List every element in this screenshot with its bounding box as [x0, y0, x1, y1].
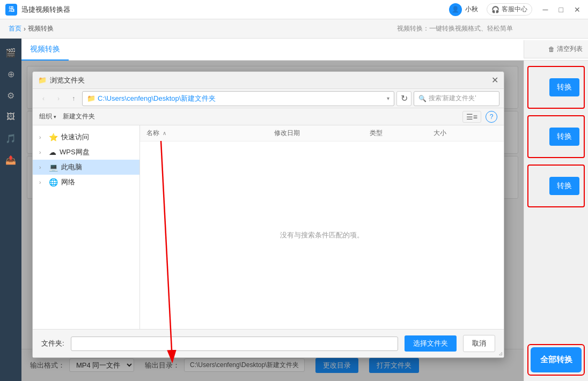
- right-content: 视频转换 🗑 清空列表 ... ...: [21, 39, 588, 381]
- col-type[interactable]: 类型: [370, 129, 433, 138]
- network-icon: 🌐: [49, 178, 58, 186]
- all-convert-wrapper: 全部转换: [527, 344, 585, 376]
- organize-button[interactable]: 组织 ▾: [39, 112, 56, 121]
- tree-item-network[interactable]: › 🌐 网络: [33, 175, 139, 190]
- select-folder-button[interactable]: 选择文件夹: [405, 335, 457, 352]
- folder-input[interactable]: [71, 337, 398, 351]
- top-right-bar: 🗑 清空列表: [524, 40, 588, 58]
- dialog-body: › ⭐ 快速访问 › ☁ WPS网盘 ›: [33, 125, 504, 329]
- expand-icon-wps: ›: [39, 150, 46, 155]
- expand-icon: ›: [39, 135, 46, 140]
- tree-item-this-pc[interactable]: › 💻 此电脑: [33, 160, 139, 175]
- all-convert-button[interactable]: 全部转换: [531, 347, 582, 372]
- sidebar-item-video[interactable]: 🎬: [1, 43, 20, 62]
- search-bar: 🔍 搜索'新建文件夹': [414, 91, 499, 106]
- quick-access-icon: ⭐: [49, 133, 58, 141]
- content-body: ... ... ... 输出格式： MP4 同一文件: [21, 61, 588, 381]
- up-button[interactable]: ↑: [67, 92, 80, 105]
- nav-bar: 首页 › 视频转换 视频转换：一键转换视频格式、轻松简单: [0, 19, 588, 39]
- network-label: 网络: [61, 177, 75, 187]
- path-bar[interactable]: 📁 C:\Users\cenfeng\Desktop\新建文件夹 ▾: [82, 91, 394, 106]
- maximize-button[interactable]: □: [557, 4, 565, 15]
- title-bar-center: 👤 小秋 🎧 客服中心: [449, 3, 532, 16]
- col-name[interactable]: 名称 ∧: [146, 129, 274, 138]
- clear-label: 清空列表: [557, 44, 583, 54]
- dialog-toolbar: 组织 ▾ 新建文件夹 ☰≡ ?: [33, 108, 504, 125]
- file-empty-message: 没有与搜索条件匹配的项。: [140, 141, 504, 329]
- convert-button-1[interactable]: 转换: [549, 78, 579, 96]
- dialog-close-button[interactable]: ✕: [491, 75, 498, 85]
- user-area: 👤 小秋: [449, 3, 478, 16]
- close-button[interactable]: ✕: [572, 4, 583, 15]
- col-size[interactable]: 大小: [433, 129, 497, 138]
- clear-list-button[interactable]: 🗑 清空列表: [548, 44, 583, 54]
- sort-icon: ∧: [163, 130, 166, 136]
- service-center-label: 客服中心: [502, 5, 527, 14]
- breadcrumb: 首页 › 视频转换: [9, 24, 54, 33]
- convert-item-1: 转换: [527, 66, 585, 109]
- dialog-overlay: 📁 浏览文件夹 ✕ ‹ › ↑ 📁 C:\Users\cenfeng\Deskt…: [21, 61, 524, 381]
- right-panel: 转换 转换 转换 全部转换: [524, 61, 588, 381]
- sidebar-item-5[interactable]: 🎵: [1, 129, 20, 148]
- convert-item-3: 转换: [527, 165, 585, 207]
- new-folder-button[interactable]: 新建文件夹: [63, 112, 95, 121]
- view-toggle-button[interactable]: ☰≡: [462, 111, 481, 123]
- title-bar: 迅 迅捷视频转换器 👤 小秋 🎧 客服中心 ─ □ ✕: [0, 0, 588, 19]
- folder-icon: 📁: [38, 76, 47, 84]
- user-avatar: 👤: [449, 3, 462, 16]
- wps-label: WPS网盘: [60, 147, 90, 157]
- file-tree: › ⭐ 快速访问 › ☁ WPS网盘 ›: [33, 125, 140, 329]
- sidebar-item-3[interactable]: ⚙: [1, 86, 20, 105]
- pc-icon: 💻: [49, 163, 58, 171]
- new-folder-label: 新建文件夹: [63, 112, 95, 121]
- convert-button-3[interactable]: 转换: [549, 177, 579, 195]
- this-pc-label: 此电脑: [61, 162, 82, 172]
- convert-item-2: 转换: [527, 115, 585, 158]
- tree-item-wps[interactable]: › ☁ WPS网盘: [33, 145, 139, 160]
- path-dropdown-icon[interactable]: ▾: [387, 95, 389, 101]
- breadcrumb-separator: ›: [24, 25, 26, 33]
- search-icon: 🔍: [418, 95, 427, 102]
- tree-item-quick-access[interactable]: › ⭐ 快速访问: [33, 130, 139, 145]
- resize-handle[interactable]: ⊿: [498, 350, 503, 356]
- back-button[interactable]: ‹: [37, 92, 50, 105]
- dialog-title-bar: 📁 浏览文件夹 ✕: [33, 72, 504, 89]
- path-folder-icon: 📁: [87, 94, 95, 102]
- user-name: 小秋: [465, 5, 478, 14]
- forward-button[interactable]: ›: [52, 92, 65, 105]
- breadcrumb-home[interactable]: 首页: [9, 24, 21, 33]
- expand-icon-pc: ›: [39, 165, 46, 170]
- main-layout: 🎬 ⊕ ⚙ 🖼 🎵 📤 视频转换 🗑 清空列表: [0, 39, 588, 381]
- dialog-nav-bar: ‹ › ↑ 📁 C:\Users\cenfeng\Desktop\新建文件夹 ▾…: [33, 89, 504, 108]
- service-center-button[interactable]: 🎧 客服中心: [487, 3, 532, 16]
- search-placeholder: 搜索'新建文件夹': [429, 94, 476, 103]
- tab-video-convert[interactable]: 视频转换: [21, 39, 69, 61]
- cancel-button[interactable]: 取消: [463, 335, 495, 352]
- help-button[interactable]: ?: [486, 111, 497, 123]
- path-text: C:\Users\cenfeng\Desktop\新建文件夹: [98, 94, 216, 103]
- breadcrumb-current: 视频转换: [28, 24, 54, 33]
- minimize-button[interactable]: ─: [541, 4, 550, 15]
- dialog-title-text: 浏览文件夹: [50, 76, 85, 85]
- title-bar-left: 迅 迅捷视频转换器: [5, 4, 449, 16]
- dialog-footer: 文件夹: 选择文件夹 取消: [33, 329, 504, 357]
- convert-button-2[interactable]: 转换: [549, 128, 579, 146]
- title-bar-controls: ─ □ ✕: [541, 4, 583, 15]
- col-date[interactable]: 修改日期: [274, 129, 370, 138]
- file-list-main: ... ... ... 输出格式： MP4 同一文件: [21, 61, 524, 381]
- tab-row: 视频转换: [21, 39, 524, 60]
- sidebar-item-2[interactable]: ⊕: [1, 64, 20, 84]
- refresh-button[interactable]: ↻: [396, 91, 411, 106]
- organize-label: 组织: [39, 112, 52, 121]
- folder-label: 文件夹:: [41, 339, 64, 348]
- file-browser-dialog: 📁 浏览文件夹 ✕ ‹ › ↑ 📁 C:\Users\cenfeng\Deskt…: [32, 71, 504, 358]
- trash-icon: 🗑: [548, 46, 555, 53]
- file-table-header: 名称 ∧ 修改日期 类型 大小: [140, 125, 504, 141]
- sidebar-item-6[interactable]: 📤: [1, 150, 20, 169]
- quick-access-label: 快速访问: [61, 132, 89, 142]
- nav-tip: 视频转换：一键转换视频格式、轻松简单: [397, 24, 513, 33]
- wps-icon: ☁: [49, 148, 56, 156]
- file-content: 名称 ∧ 修改日期 类型 大小 没有与搜索条件匹配的项。: [140, 125, 504, 329]
- organize-chevron-icon: ▾: [54, 114, 56, 119]
- sidebar-item-4[interactable]: 🖼: [1, 107, 20, 126]
